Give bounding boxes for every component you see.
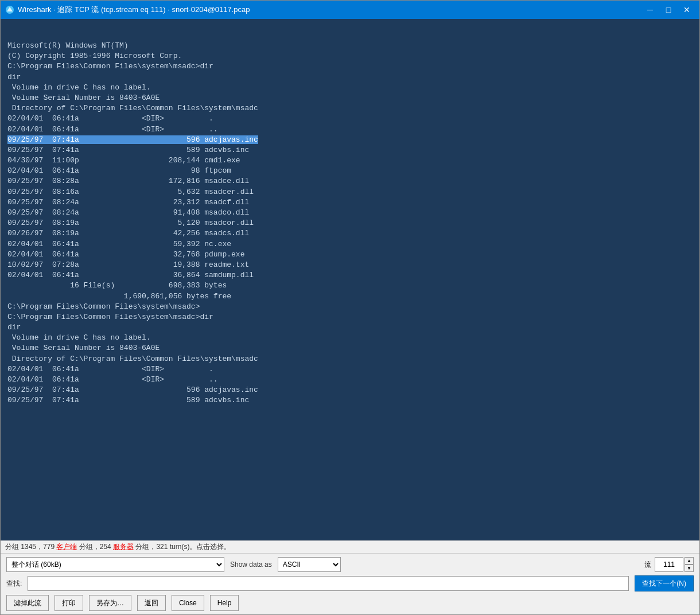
terminal-line: Microsoft(R) Windows NT(TM) [7, 41, 693, 51]
help-button[interactable]: Help [210, 595, 239, 611]
main-window: Wireshark · 追踪 TCP 流 (tcp.stream eq 111)… [0, 0, 700, 615]
terminal-line: Directory of C:\Program Files\Common Fil… [7, 103, 693, 114]
stream-input[interactable] [655, 557, 683, 572]
title-bar: Wireshark · 追踪 TCP 流 (tcp.stream eq 111)… [1, 1, 699, 19]
window-controls: ─ □ ✕ [642, 3, 695, 17]
back-button[interactable]: 返回 [137, 595, 166, 611]
terminal-line: Volume Serial Number is 8403-6A0E [7, 93, 693, 103]
status-bar: 分组 1345，779 客户端 分组，254 服务器 分组，321 turn(s… [1, 540, 699, 553]
terminal-line: 02/04/01 06:41a <DIR> .. [7, 124, 693, 135]
terminal-line: 02/04/01 06:41a <DIR> . [7, 364, 693, 375]
terminal-line: 02/04/01 06:41a <DIR> . [7, 114, 693, 124]
terminal-line: 02/04/01 06:41a 36,864 samdump.dll [7, 270, 693, 281]
show-data-select[interactable]: ASCII [278, 557, 341, 572]
terminal-line: 09/25/97 08:24a 91,408 msadco.dll [7, 208, 693, 218]
maximize-button[interactable]: □ [660, 3, 676, 17]
window-title: Wireshark · 追踪 TCP 流 (tcp.stream eq 111)… [18, 5, 642, 15]
stream-spinner: ▲ ▼ [685, 557, 694, 572]
terminal-line: Volume in drive C has no label. [7, 83, 693, 93]
minimize-button[interactable]: ─ [642, 3, 658, 17]
terminal-line: 09/25/97 08:16a 5,632 msadcer.dll [7, 187, 693, 197]
terminal-line: 02/04/01 06:41a <DIR> .. [7, 375, 693, 385]
filter-button[interactable]: 滤掉此流 [6, 595, 49, 611]
search-input[interactable] [28, 576, 629, 591]
stream-label: 流 [644, 560, 651, 570]
terminal-line: 04/30/97 11:00p 208,144 cmd1.exe [7, 155, 693, 166]
terminal-line: 02/04/01 06:41a 59,392 nc.exe [7, 239, 693, 250]
save-button[interactable]: 另存为… [89, 595, 131, 611]
client-link[interactable]: 客户端 [56, 543, 77, 551]
terminal-line: dir [7, 72, 693, 83]
terminal-line: 09/25/97 07:41a 596 adcjavas.inc [7, 385, 693, 395]
terminal-line: C:\Program Files\Common Files\system\msa… [7, 312, 693, 322]
terminal-line: 09/25/97 07:41a 589 adcvbs.inc [7, 395, 693, 406]
terminal-line: 10/02/97 07:28a 19,388 readme.txt [7, 260, 693, 270]
terminal-line: Volume in drive C has no label. [7, 333, 693, 343]
terminal-line: 09/25/97 07:41a 596 adcjavas.inc [7, 135, 693, 145]
terminal-line: dir [7, 322, 693, 333]
terminal-line: 02/04/01 06:41a 32,768 pdump.exe [7, 250, 693, 260]
stream-up-button[interactable]: ▲ [685, 557, 694, 565]
controls-row-1: 整个对话 (60kB) Show data as ASCII 流 ▲ ▼ [6, 557, 694, 572]
terminal-line: Directory of C:\Program Files\Common Fil… [7, 354, 693, 364]
close-button2[interactable]: Close [172, 595, 204, 611]
conversation-select[interactable]: 整个对话 (60kB) [6, 557, 224, 572]
bottom-controls: 整个对话 (60kB) Show data as ASCII 流 ▲ ▼ 查找: [1, 553, 699, 614]
controls-row-3: 滤掉此流 打印 另存为… 返回 Close Help [6, 595, 694, 611]
terminal-output[interactable]: Microsoft(R) Windows NT(TM)(C) Copyright… [1, 19, 699, 540]
print-button[interactable]: 打印 [55, 595, 83, 611]
terminal-line: 09/26/97 08:19a 42,256 msadcs.dll [7, 228, 693, 239]
terminal-line: C:\Program Files\Common Files\system\msa… [7, 302, 693, 312]
status-text: 分组 1345，779 客户端 分组，254 服务器 分组，321 turn(s… [5, 542, 231, 552]
show-data-label: Show data as [230, 560, 272, 569]
server-link[interactable]: 服务器 [113, 543, 134, 551]
terminal-line: 09/25/97 07:41a 589 adcvbs.inc [7, 145, 693, 155]
stream-down-button[interactable]: ▼ [685, 565, 694, 572]
terminal-line: 1,690,861,056 bytes free [7, 291, 693, 302]
stream-control: 流 ▲ ▼ [644, 557, 694, 572]
search-label: 查找: [6, 579, 22, 589]
terminal-line: 09/25/97 08:28a 172,816 msadce.dll [7, 176, 693, 186]
terminal-line: (C) Copyright 1985-1996 Microsoft Corp. [7, 51, 693, 61]
terminal-line: C:\Program Files\Common Files\system\msa… [7, 61, 693, 72]
app-icon [5, 5, 14, 14]
close-button[interactable]: ✕ [679, 3, 695, 17]
terminal-line: 09/25/97 08:24a 23,312 msadcf.dll [7, 197, 693, 208]
terminal-line: 16 File(s) 698,383 bytes [7, 281, 693, 291]
controls-row-2: 查找: 查找下一个(N) [6, 575, 694, 591]
terminal-line: 02/04/01 06:41a 98 ftpcom [7, 166, 693, 176]
terminal-line: Volume Serial Number is 8403-6A0E [7, 343, 693, 353]
content-area: Microsoft(R) Windows NT(TM)(C) Copyright… [1, 19, 699, 614]
terminal-line: 09/25/97 08:19a 5,120 msadcor.dll [7, 218, 693, 228]
find-next-button[interactable]: 查找下一个(N) [635, 575, 694, 591]
